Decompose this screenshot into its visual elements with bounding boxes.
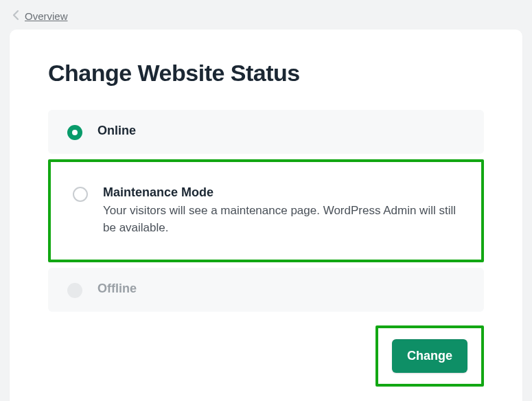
change-button[interactable]: Change: [392, 339, 467, 373]
option-offline[interactable]: Offline: [48, 268, 484, 312]
footer-actions: Change: [48, 325, 484, 387]
status-card: Change Website Status Online Maintenance…: [10, 30, 522, 401]
option-offline-text: Offline: [97, 282, 137, 296]
breadcrumb: Overview: [0, 0, 532, 30]
chevron-left-icon[interactable]: [12, 10, 19, 23]
highlight-maintenance: Maintenance Mode Your visitors will see …: [48, 159, 484, 262]
option-online[interactable]: Online: [48, 110, 484, 154]
radio-maintenance[interactable]: [73, 187, 88, 202]
option-maintenance[interactable]: Maintenance Mode Your visitors will see …: [54, 172, 478, 250]
option-online-label: Online: [97, 124, 136, 138]
highlight-change-button: Change: [375, 325, 484, 387]
option-offline-label: Offline: [97, 282, 137, 296]
option-maintenance-description: Your visitors will see a maintenance pag…: [103, 203, 459, 236]
option-maintenance-label: Maintenance Mode: [103, 185, 459, 200]
option-online-text: Online: [97, 124, 136, 138]
option-maintenance-text: Maintenance Mode Your visitors will see …: [103, 185, 459, 236]
radio-offline[interactable]: [67, 283, 82, 298]
page-title: Change Website Status: [48, 60, 484, 87]
radio-online[interactable]: [67, 125, 82, 140]
breadcrumb-overview-link[interactable]: Overview: [25, 10, 68, 22]
